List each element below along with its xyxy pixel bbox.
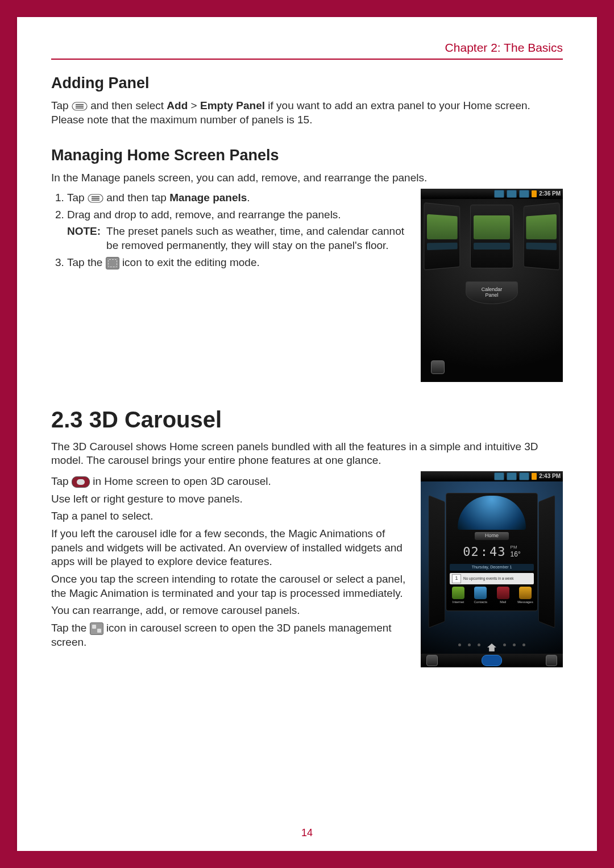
battery-icon [532,473,537,480]
managing-intro: In the Manage panels screen, you can add… [51,171,563,185]
clock-widget: 02:43 PM 16° [450,542,534,562]
carousel-front-panel: Home 02:43 PM 16° Thursday, December 1 1 [446,493,538,611]
app-shortcut: Contacts [472,587,489,605]
exit-icon [426,655,438,666]
status-icon [507,190,517,198]
status-icon [507,472,517,480]
carousel-bottom-bar [421,654,563,667]
side-panel [429,495,445,628]
page-indicator [421,643,563,651]
status-icon [494,472,504,480]
page-number: 14 [17,827,597,840]
manage-panels-screenshot: 2:36 PM Calendar Panel [421,189,563,382]
status-icon [519,472,529,480]
app-shortcut: Messages [517,587,534,605]
add-label: Add [167,99,188,111]
manage-panels-icon [90,622,103,635]
note-label: NOTE: [67,225,101,252]
app-launcher-row: Internet Contacts Mail Messages [450,587,534,605]
status-time: 2:43 PM [539,472,561,480]
document-page: Chapter 2: The Basics Adding Panel Tap a… [17,17,597,851]
carousel-body: Home 02:43 PM 16° Thursday, December 1 1 [421,481,563,667]
panel-thumbnail [524,202,560,270]
panel-thumbnail [424,202,460,270]
note-text: The preset panels such as weather, time,… [106,225,407,252]
calendar-event: 1 No upcoming events in a week [450,573,534,584]
carousel-open-icon [72,476,90,488]
home-indicator-icon [487,643,496,651]
weather-widget [458,496,526,530]
status-icon [494,190,504,198]
chapter-header: Chapter 2: The Basics [51,40,563,60]
status-time: 2:36 PM [539,190,561,197]
note-block: NOTE: The preset panels such as weather,… [67,225,407,252]
panel-floor-tile: Calendar Panel [466,281,518,304]
heading-managing-panels: Managing Home Screen Panels [51,146,563,165]
app-shortcut: Mail [495,587,512,605]
exit-edit-icon [106,257,119,269]
side-panel [538,495,555,628]
heading-3d-carousel: 2.3 3D Carousel [51,405,563,434]
carousel-screenshot: 2:43 PM Home 02:43 PM 16° [421,471,563,667]
menu-icon [88,194,103,203]
battery-icon [532,190,537,197]
exit-edit-icon [431,360,445,374]
empty-panel-label: Empty Panel [200,99,265,111]
panel-thumbnail [470,205,513,268]
heading-adding-panel: Adding Panel [51,73,563,93]
manage-panels-icon [546,655,557,666]
temperature: 16° [511,550,521,559]
status-bar: 2:43 PM [421,471,563,481]
carousel-open-icon [482,655,502,666]
menu-icon [72,102,88,111]
manage-panels-body: Calendar Panel [421,199,563,382]
home-chip: Home [475,532,509,540]
carousel-intro: The 3D Carousel shows Home screen panels… [51,440,563,468]
status-icon [519,190,529,198]
adding-panel-paragraph: Tap and then select Add > Empty Panel if… [51,99,563,127]
app-shortcut: Internet [450,587,467,605]
date-line: Thursday, December 1 [450,564,534,571]
manage-panels-label: Manage panels [169,192,247,203]
status-bar: 2:36 PM [421,189,563,199]
